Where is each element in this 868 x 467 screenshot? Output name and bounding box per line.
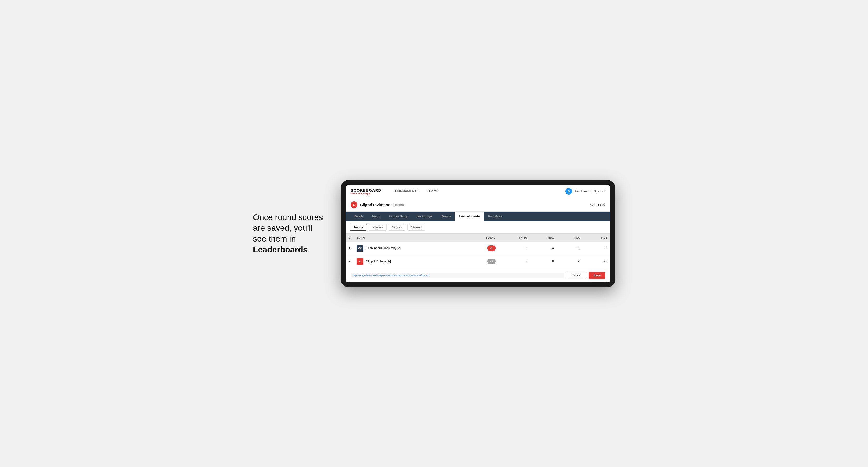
score-badge: +3 [487,258,496,264]
col-rd1: RD1 [530,234,557,242]
tablet: SCOREBOARD Powered by clippd TOURNAMENTS… [341,180,615,287]
row-team-cell: C Clippd College [A] [353,255,464,268]
sub-tab-scores[interactable]: Scores [388,224,406,231]
cancel-button[interactable]: Cancel [567,272,586,279]
brand-sub: Powered by clippd [351,192,381,195]
row-rd3: +3 [584,255,610,268]
row-rank: 2 [345,255,353,268]
team-name: Scoreboard University [A] [366,246,401,250]
tournament-gender: (Men) [395,203,404,207]
tab-printables[interactable]: Printables [484,212,506,221]
sidebar-text-end: . [308,245,310,254]
col-thru: THRU [499,234,530,242]
row-rd2: -8 [557,255,584,268]
team-logo: C [356,258,363,265]
table-row: 1 SU Scoreboard University [A] -5 F [345,242,610,255]
tournament-header: C Clippd Invitational (Men) Cancel ✕ [345,198,610,212]
table-row: 2 C Clippd College [A] +3 F [345,255,610,268]
url-bar: https://stage-blue-coach.stagescoreboard… [351,273,564,278]
tab-results[interactable]: Results [436,212,455,221]
tab-details[interactable]: Details [350,212,368,221]
col-rd3: RD3 [584,234,610,242]
cancel-x-button[interactable]: Cancel ✕ [590,202,605,207]
sign-out-link[interactable]: Sign out [594,190,605,193]
nav-links: TOURNAMENTS TEAMS [389,185,442,198]
tab-bar: Details Teams Course Setup Tee Groups Re… [345,212,610,221]
sidebar-text: Once round scores are saved, you'll see … [253,212,326,255]
tablet-screen: SCOREBOARD Powered by clippd TOURNAMENTS… [345,185,610,282]
row-team-cell: SU Scoreboard University [A] [353,242,464,255]
sidebar-text-bold: Leaderboards [253,245,308,254]
leaderboard-table: # TEAM TOTAL THRU RD1 RD2 RD3 1 [345,234,610,268]
cancel-label: Cancel [590,203,601,207]
row-thru: F [499,255,530,268]
nav-link-teams[interactable]: TEAMS [423,185,443,198]
row-rd1: -4 [530,242,557,255]
sub-tab-strokes[interactable]: Strokes [407,224,426,231]
save-button[interactable]: Save [589,272,605,279]
tab-tee-groups[interactable]: Tee Groups [412,212,436,221]
row-thru: F [499,242,530,255]
nav-link-tournaments[interactable]: TOURNAMENTS [389,185,423,198]
tournament-name: Clippd Invitational [360,203,394,207]
team-logo: SU [356,245,363,252]
bottom-bar: https://stage-blue-coach.stagescoreboard… [345,268,610,282]
table-header-row: # TEAM TOTAL THRU RD1 RD2 RD3 [345,234,610,242]
sidebar-text-part1: Once round scores are saved, you'll see … [253,213,323,243]
brand-sub-clippd: clippd [365,192,371,195]
user-avatar: S [565,188,572,195]
team-cell: SU Scoreboard University [A] [356,245,461,252]
tab-teams[interactable]: Teams [368,212,385,221]
sub-tab-players[interactable]: Players [369,224,387,231]
brand: SCOREBOARD Powered by clippd [351,188,381,195]
brand-sub-powered: Powered by [351,192,365,195]
user-name: Test User [575,190,588,193]
brand-title: SCOREBOARD [351,188,381,192]
col-rd2: RD2 [557,234,584,242]
row-rank: 1 [345,242,353,255]
row-total: -5 [464,242,499,255]
tab-leaderboards[interactable]: Leaderboards [455,212,484,221]
row-rd1: +8 [530,255,557,268]
sub-tab-bar: Teams Players Scores Strokes [345,221,610,234]
team-cell: C Clippd College [A] [356,258,461,265]
col-total: TOTAL [464,234,499,242]
nav-right: S Test User | Sign out [565,188,605,195]
nav-divider: | [590,190,591,193]
row-rd3: -6 [584,242,610,255]
table-container: # TEAM TOTAL THRU RD1 RD2 RD3 1 [345,234,610,268]
score-badge: -5 [487,245,496,251]
team-name: Clippd College [A] [366,260,391,263]
row-rd2: +5 [557,242,584,255]
col-rank: # [345,234,353,242]
close-icon: ✕ [602,202,605,207]
sub-tab-teams[interactable]: Teams [350,224,367,231]
col-team: TEAM [353,234,464,242]
row-total: +3 [464,255,499,268]
tournament-icon: C [351,201,358,208]
tab-course-setup[interactable]: Course Setup [385,212,412,221]
page-wrapper: Once round scores are saved, you'll see … [253,180,615,287]
top-nav: SCOREBOARD Powered by clippd TOURNAMENTS… [345,185,610,198]
